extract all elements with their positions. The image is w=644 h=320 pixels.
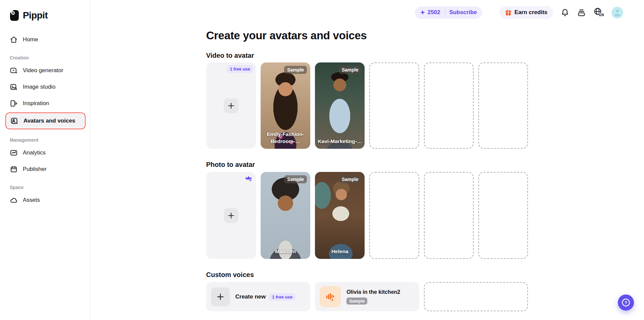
sidebar-item-label: Publisher	[23, 166, 47, 173]
crown-icon	[245, 175, 253, 182]
voice-sample-badge: Sample	[346, 298, 367, 305]
plus-icon[interactable]	[211, 287, 230, 306]
video-generator-icon	[10, 66, 18, 75]
sample-badge: Sample	[284, 66, 307, 74]
question-mark-icon: ?	[625, 300, 627, 305]
avatars-and-voices-icon	[10, 117, 18, 125]
publisher-icon	[10, 165, 18, 173]
avatar-name: Helena	[315, 248, 365, 255]
home-icon	[10, 36, 18, 44]
avatar-card-malcolm[interactable]: Sample Malcolm	[261, 172, 310, 259]
sparkle-icon	[420, 10, 425, 15]
sidebar-item-assets[interactable]: Assets	[5, 193, 86, 208]
sidebar: Pippit Home Creation Video generator	[0, 0, 90, 320]
sidebar-item-video-generator[interactable]: Video generator	[5, 63, 86, 78]
topbar: 2502 Subscribe Earn credits	[415, 0, 644, 25]
divider	[445, 9, 445, 15]
avatar-name: Kavi-Marketing-…	[315, 138, 365, 145]
create-video-avatar-card[interactable]: 1 free use	[206, 62, 256, 149]
avatar-card-emily[interactable]: Sample Emily-Fashion-Bedroom-…	[261, 62, 310, 149]
subscribe-link[interactable]: Subscribe	[449, 9, 477, 16]
sidebar-item-inspiration[interactable]: Inspiration	[5, 96, 86, 111]
avatar-name: Malcolm	[261, 248, 310, 255]
gift-icon	[505, 9, 512, 16]
plus-icon[interactable]	[224, 208, 238, 223]
empty-avatar-slot	[369, 62, 419, 149]
sidebar-item-label: Image studio	[23, 84, 55, 90]
sidebar-item-label: Analytics	[23, 149, 46, 156]
avatar-card-helena[interactable]: Sample Helena	[315, 172, 365, 259]
credits-count: 2502	[428, 9, 440, 16]
app-title: Pippit	[23, 10, 48, 21]
create-voice-card[interactable]: Create new1 free use	[206, 282, 311, 311]
language-code: EN	[599, 13, 604, 17]
voice-name: Olivia in the kitchen2	[346, 289, 400, 295]
create-photo-avatar-card[interactable]	[206, 172, 256, 259]
waveform-icon	[320, 286, 341, 307]
sidebar-item-label: Assets	[23, 197, 40, 203]
sidebar-section-management: Management	[5, 137, 86, 143]
free-use-badge: 1 free use	[269, 293, 296, 301]
cloud-assets-icon	[10, 196, 18, 204]
empty-avatar-slot	[424, 62, 474, 149]
section-title-custom-voices: Custom voices	[206, 270, 528, 279]
sidebar-item-avatars-and-voices[interactable]: Avatars and voices	[5, 112, 86, 129]
photo-to-avatar-row: Sample Malcolm Sample Helena	[206, 172, 528, 259]
sample-badge: Sample	[284, 175, 307, 183]
help-button[interactable]: ?	[618, 294, 634, 311]
sidebar-item-label: Home	[23, 36, 38, 43]
voice-card-olivia[interactable]: Olivia in the kitchen2 Sample	[315, 282, 419, 311]
sample-badge: Sample	[339, 175, 362, 183]
sample-badge: Sample	[339, 66, 362, 74]
earn-credits-label: Earn credits	[515, 9, 547, 16]
empty-voice-slot	[424, 282, 528, 311]
content: Create your avatars and voices Video to …	[206, 0, 528, 311]
avatar-card-kavi[interactable]: Sample Kavi-Marketing-…	[315, 62, 365, 149]
sidebar-item-analytics[interactable]: Analytics	[5, 145, 86, 160]
image-studio-icon	[10, 83, 18, 91]
sidebar-item-home[interactable]: Home	[5, 32, 86, 47]
sidebar-item-label: Video generator	[23, 67, 63, 74]
free-use-badge: 1 free use	[227, 65, 253, 73]
sidebar-item-label: Inspiration	[23, 100, 49, 107]
sidebar-section-space: Space	[5, 185, 86, 190]
section-title-video-to-avatar: Video to avatar	[206, 51, 528, 60]
empty-avatar-slot	[478, 172, 528, 259]
empty-avatar-slot	[424, 172, 474, 259]
empty-avatar-slot	[369, 172, 419, 259]
create-new-label: Create new	[235, 293, 266, 300]
card-stack-billing-icon[interactable]	[577, 8, 586, 17]
sidebar-item-label: Avatars and voices	[23, 118, 75, 124]
sidebar-item-publisher[interactable]: Publisher	[5, 162, 86, 177]
notifications-bell-icon[interactable]	[560, 8, 570, 17]
pippit-logo-icon	[10, 10, 19, 21]
section-title-photo-to-avatar: Photo to avatar	[206, 160, 528, 169]
page-title: Create your avatars and voices	[206, 29, 528, 42]
analytics-icon	[10, 149, 18, 157]
user-avatar[interactable]	[611, 7, 623, 18]
earn-credits-button[interactable]: Earn credits	[499, 6, 553, 19]
custom-voices-row: Create new1 free use	[206, 282, 528, 311]
credits-pill[interactable]: 2502 Subscribe	[415, 6, 482, 19]
sidebar-item-image-studio[interactable]: Image studio	[5, 80, 86, 94]
plus-icon[interactable]	[224, 98, 238, 113]
avatar-name: Emily-Fashion-Bedroom-…	[261, 131, 310, 145]
empty-avatar-slot	[478, 62, 528, 149]
sidebar-section-creation: Creation	[5, 55, 86, 60]
app-logo[interactable]: Pippit	[5, 9, 86, 22]
inspiration-icon	[10, 99, 18, 107]
language-globe-icon[interactable]: EN	[593, 7, 604, 17]
video-to-avatar-row: 1 free use Sample Emily-Fashion-Bedroom-…	[206, 62, 528, 149]
main-area: 2502 Subscribe Earn credits	[90, 0, 644, 320]
